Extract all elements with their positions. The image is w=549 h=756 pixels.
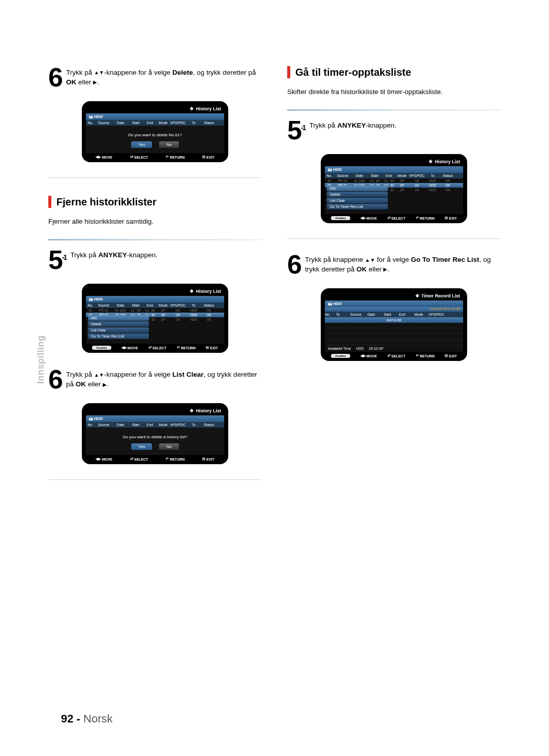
step-6-top: 6 Trykk på ▲▼-knappene for å velge Delet… — [48, 66, 262, 88]
anykey-pill: Anykey — [92, 346, 111, 350]
select-icon: ⏎ — [387, 354, 390, 358]
context-menu: Info Delete List Clear Go To Timer Rec L… — [327, 186, 388, 210]
step-number: 5-1 — [287, 119, 305, 141]
add-a-list[interactable]: Add a list — [325, 317, 463, 323]
gradient-divider — [48, 239, 262, 240]
select-icon: ⏎ — [148, 346, 151, 350]
yes-button[interactable]: Yes — [131, 443, 152, 450]
return-icon: ↶ — [166, 155, 169, 159]
hdd-icon: 🖴 — [328, 167, 333, 172]
step-text: Trykk på knappene ▲▼ for å velge Go To T… — [305, 253, 501, 275]
no-button[interactable]: No — [159, 141, 178, 148]
anykey-pill: Anykey — [331, 216, 350, 220]
move-icon: ◀▶ — [360, 354, 365, 358]
divider — [48, 177, 262, 178]
osd-headers: No. Source Date Start End Mode VPS/PDC T… — [86, 422, 224, 428]
step-6-mid: 6 Trykk på ▲▼-knappene for å velge List … — [48, 368, 262, 390]
confirm-text: Do you want to delete No.01? — [86, 126, 224, 141]
menu-delete[interactable]: Delete — [327, 192, 388, 197]
step-number: 5-1 — [48, 249, 66, 271]
osd-headers: No. Source Date Start End Mode VPS/PDC T… — [86, 120, 224, 126]
yes-button[interactable]: Yes — [131, 141, 152, 148]
section-body: Skifter direkte fra historikkliste til t… — [287, 87, 501, 97]
diamond-icon: ❖ — [429, 159, 433, 164]
diamond-icon: ❖ — [415, 293, 419, 298]
red-bar-icon — [287, 66, 290, 78]
return-icon: ↶ — [166, 457, 169, 461]
diamond-icon: ❖ — [190, 408, 194, 413]
updown-icon: ▲▼ — [365, 257, 375, 264]
osd-headers: No. To Source Date Start End Mode VPS/PD… — [325, 312, 463, 317]
step-text: Trykk på ▲▼-knappene for å velge Delete,… — [66, 66, 262, 87]
step-text: Trykk på ANYKEY-knappen. — [309, 119, 396, 131]
menu-info[interactable]: Info — [88, 315, 149, 321]
available-time: Available Time HDD 29:10 SP — [325, 345, 463, 352]
move-icon: ◀▶ — [121, 346, 127, 350]
right-column: Gå til timer-opptaksliste Skifter direkt… — [287, 66, 501, 494]
osd-footer: Anykey ◀▶MOVE ⏎SELECT ↶RETURN ⊟EXIT — [86, 344, 224, 351]
diamond-icon: ❖ — [190, 106, 194, 111]
osd-title: History List — [435, 159, 460, 164]
move-icon: ◀▶ — [96, 457, 101, 461]
osd-history-menu: ❖History List 🖴 HDD No. Source Date Star… — [82, 284, 228, 353]
step-5-1: 5-1 Trykk på ANYKEY-knappen. — [48, 249, 262, 271]
table-row: 01PR 0201 JAN13 : 0014 : 00SPOnHDDOK — [86, 308, 224, 313]
sidebar-chapter-label: Innspilling — [36, 336, 46, 384]
confirm-text: Do you want to delete a history list? — [86, 428, 224, 443]
menu-goto-timer[interactable]: Go To Timer Rec List — [327, 204, 388, 209]
menu-list-clear[interactable]: List Clear — [327, 198, 388, 203]
return-icon: ↶ — [416, 216, 419, 220]
osd-footer: ◀▶MOVE ⏎SELECT ↶RETURN ⊟EXIT — [86, 455, 224, 462]
step-text: Trykk på ▲▼-knappene for å velge List Cl… — [66, 368, 262, 389]
section-heading: Gå til timer-opptaksliste — [287, 66, 501, 78]
step-number: 6 — [48, 368, 62, 390]
left-column: 6 Trykk på ▲▼-knappene for å velge Delet… — [48, 66, 262, 494]
osd-footer: ◀▶MOVE ⏎SELECT ↶RETURN ⊟EXIT — [86, 153, 224, 160]
section-body: Fjerner alle historikklister samtidig. — [48, 217, 262, 227]
right-icon: ▶ — [93, 79, 97, 86]
anykey-pill: Anykey — [331, 354, 350, 358]
osd-delete-confirm: ❖History List 🖴 HDD No. Source Date Star… — [82, 101, 228, 162]
osd-listclear-confirm: ❖History List 🖴 HDD No. Source Date Star… — [82, 403, 228, 464]
exit-icon: ⊟ — [202, 457, 205, 461]
osd-headers: No. Source Date Start End Mode VPS/PDC T… — [325, 173, 463, 178]
menu-list-clear[interactable]: List Clear — [88, 327, 149, 333]
osd-timer-record-list: ❖Timer Record List 🖴 HDD Current Time 12… — [321, 288, 467, 361]
select-icon: ⏎ — [130, 155, 133, 159]
exit-icon: ⊟ — [206, 346, 209, 350]
updown-icon: ▲▼ — [94, 372, 104, 379]
no-button[interactable]: No — [159, 443, 178, 450]
osd-title: Timer Record List — [421, 293, 460, 298]
menu-goto-timer[interactable]: Go To Timer Rec List — [88, 334, 149, 339]
diamond-icon: ❖ — [190, 289, 194, 294]
osd-history-menu: ❖History List 🖴 HDD No. Source Date Star… — [321, 154, 467, 223]
hdd-icon: 🖴 — [89, 416, 94, 421]
move-icon: ◀▶ — [96, 155, 101, 159]
red-bar-icon — [48, 196, 51, 208]
exit-icon: ⊟ — [445, 216, 448, 220]
select-icon: ⏎ — [130, 457, 133, 461]
menu-info[interactable]: Info — [327, 186, 388, 191]
select-icon: ⏎ — [387, 216, 390, 220]
osd-footer: Anykey ◀▶MOVE ⏎SELECT ↶RETURN ⊟EXIT — [325, 352, 463, 359]
gradient-divider — [287, 109, 501, 111]
step-number: 6 — [287, 253, 301, 276]
osd-footer: Anykey ◀▶MOVE ⏎SELECT ↶RETURN ⊟EXIT — [325, 214, 463, 221]
current-time: Current Time 12:00 — [325, 307, 463, 312]
exit-icon: ⊟ — [202, 155, 205, 159]
hdd-icon: 🖴 — [89, 297, 94, 301]
step-6-right: 6 Trykk på knappene ▲▼ for å velge Go To… — [287, 253, 501, 276]
hdd-icon: 🖴 — [328, 301, 333, 306]
right-icon: ▶ — [103, 381, 107, 388]
return-icon: ↶ — [177, 346, 180, 350]
table-row: 01PR 0201 JAN13 : 0014 : 00SPOnHDDOK — [325, 178, 463, 183]
section-heading: Fjerne historikklister — [48, 196, 262, 208]
page-footer: 92 - Norsk — [61, 712, 113, 725]
move-icon: ◀▶ — [360, 216, 365, 220]
divider — [48, 479, 262, 480]
menu-delete[interactable]: Delete — [88, 321, 149, 327]
step-5-1: 5-1 Trykk på ANYKEY-knappen. — [287, 119, 501, 141]
context-menu: Info Delete List Clear Go To Timer Rec L… — [88, 315, 149, 340]
osd-title: History List — [196, 106, 221, 111]
osd-title: History List — [196, 289, 221, 294]
